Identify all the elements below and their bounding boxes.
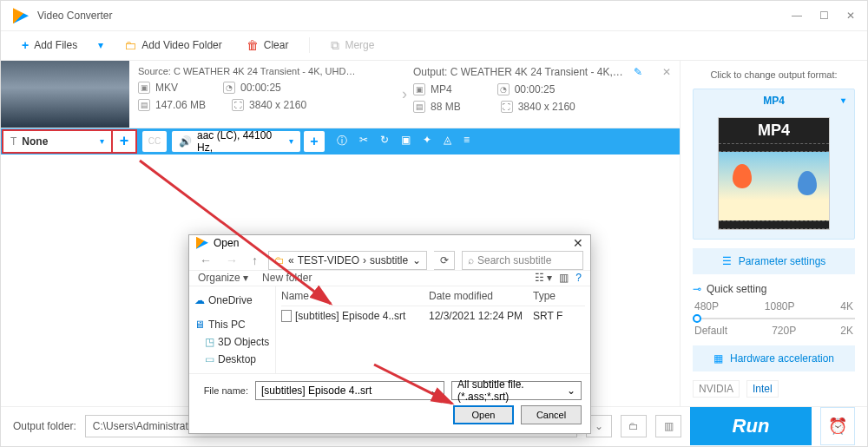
add-files-dropdown[interactable]: ▾ (98, 39, 103, 51)
folder-icon: 🗀 (124, 38, 136, 52)
nvidia-badge: NVIDIA (693, 380, 740, 398)
add-folder-button[interactable]: 🗀Add Video Folder (115, 35, 231, 56)
chip-icon: ▦ (713, 352, 723, 365)
intel-badge: Intel (746, 380, 779, 398)
quick-setting-label: Quick setting (707, 283, 766, 295)
clear-button[interactable]: 🗑Clear (238, 35, 298, 56)
output-format-card[interactable]: MP4▾ MP4 (693, 89, 855, 240)
hardware-acceleration-button[interactable]: ▦Hardware acceleration (693, 345, 855, 371)
app-title: Video Converter (37, 10, 113, 22)
browse-folder-button[interactable]: 🗀 (621, 415, 647, 437)
svg-line-0 (140, 161, 331, 304)
remove-item-button[interactable]: ✕ (662, 66, 671, 78)
format-badge: MP4 (719, 118, 829, 143)
open-folder-button[interactable]: ▥ (655, 415, 681, 437)
svg-line-1 (374, 365, 452, 404)
bullet-icon: ⊸ (693, 283, 701, 295)
add-files-button[interactable]: +Add Files (13, 35, 86, 56)
chevron-down-icon: ▾ (841, 95, 845, 105)
app-logo (13, 8, 29, 23)
run-button[interactable]: Run (690, 407, 812, 445)
parameter-settings-button[interactable]: ☰Parameter settings (693, 248, 855, 274)
maximize-button[interactable]: ☐ (819, 10, 829, 22)
minimize-button[interactable]: — (792, 10, 802, 22)
close-button[interactable]: ✕ (846, 10, 855, 22)
merge-icon: ⧉ (331, 38, 339, 53)
edit-output-button[interactable]: ✎ (634, 66, 642, 78)
trash-icon: 🗑 (247, 38, 259, 52)
quick-setting-slider[interactable] (693, 318, 855, 319)
merge-button: ⧉Merge (322, 35, 383, 56)
sliders-icon: ☰ (722, 255, 732, 267)
plus-icon: + (22, 38, 29, 52)
schedule-button[interactable]: ⏰ (820, 407, 855, 445)
format-hint: Click to change output format: (693, 69, 855, 80)
